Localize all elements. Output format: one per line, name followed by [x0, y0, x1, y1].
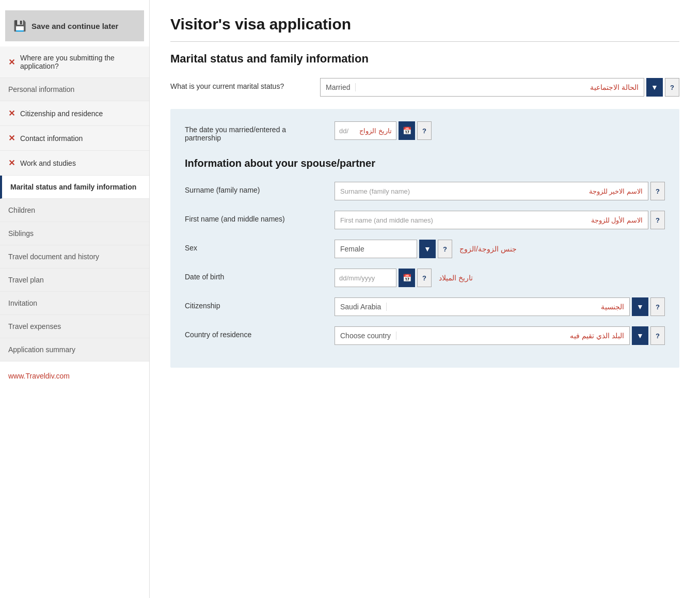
sidebar-item-siblings[interactable]: Siblings [0, 222, 149, 245]
citizenship-dropdown[interactable]: ▼ [632, 297, 648, 316]
marital-status-field-group: Married الحالة الاجتماعية ▼ ? [320, 78, 679, 97]
website-link[interactable]: www.Traveldiv.com [0, 361, 149, 390]
citizenship-arabic: الجنسية [387, 303, 629, 311]
sidebar-item-personal[interactable]: Personal information [0, 78, 149, 101]
citizenship-label: Citizenship [185, 297, 324, 310]
country-residence-field-group: Choose country البلد الذي تقيم فيه ▼ ? [335, 326, 665, 345]
surname-row: Surname (family name) Surname (family na… [185, 182, 665, 200]
sidebar-item-travel-doc[interactable]: Travel document and history [0, 245, 149, 269]
firstname-placeholder: First name (and middle names) [340, 216, 433, 224]
dob-row: Date of birth dd/mm/yyyy 📅 ? تاريخ الميل… [185, 269, 665, 287]
marital-status-value: Married [321, 83, 356, 91]
marriage-date-arabic: تاريخ الزواج [359, 127, 392, 135]
marital-status-row: What is your current marital status? Mar… [170, 78, 679, 97]
sidebar-item-contact[interactable]: ✕ Contact information [0, 126, 149, 151]
marriage-date-placeholder: dd/ [339, 127, 348, 135]
sex-arabic: جنس الزوجة/الزوج [454, 245, 517, 253]
page-title: Visitor's visa application [170, 15, 679, 42]
sidebar-item-label: Marital status and family information [10, 183, 136, 191]
sidebar-item-travel-expenses[interactable]: Travel expenses [0, 315, 149, 338]
sidebar-item-label: Travel document and history [8, 253, 99, 261]
country-residence-label: Country of residence [185, 326, 324, 339]
sidebar-item-children[interactable]: Children [0, 199, 149, 222]
dob-help[interactable]: ? [417, 269, 432, 287]
marital-status-label: What is your current marital status? [170, 78, 310, 90]
sidebar-item-invitation[interactable]: Invitation [0, 292, 149, 315]
marital-status-help[interactable]: ? [665, 78, 679, 97]
firstname-help[interactable]: ? [650, 211, 665, 229]
sidebar-item-label: Siblings [8, 229, 34, 238]
sidebar-item-label: Invitation [8, 299, 37, 307]
surname-placeholder: Surname (family name) [340, 187, 410, 195]
country-residence-placeholder: Choose country [335, 332, 396, 340]
marriage-date-row: The date you married/entered a partnersh… [185, 121, 665, 142]
main-content: Visitor's visa application Marital statu… [150, 0, 700, 598]
country-residence-help[interactable]: ? [650, 326, 665, 345]
spouse-section: The date you married/entered a partnersh… [170, 109, 679, 368]
surname-field-group: Surname (family name) الاسم الاخير للزوج… [335, 182, 665, 200]
error-icon: ✕ [8, 108, 15, 118]
section-title: Marital status and family information [170, 52, 679, 66]
sex-value: Female [335, 245, 417, 253]
firstname-input[interactable]: First name (and middle names) الاسم الأو… [335, 211, 648, 229]
marriage-date-calendar[interactable]: 📅 [399, 121, 415, 140]
sidebar-item-label: Citizenship and residence [20, 109, 103, 118]
sidebar-item-label: Work and studies [20, 159, 76, 167]
marital-status-input[interactable]: Married الحالة الاجتماعية [320, 78, 644, 97]
firstname-row: First name (and middle names) First name… [185, 211, 665, 229]
dob-label: Date of birth [185, 269, 324, 281]
sidebar-item-where[interactable]: ✕ Where are you submitting the applicati… [0, 46, 149, 78]
dob-input[interactable]: dd/mm/yyyy [335, 269, 396, 287]
marriage-date-field-group: dd/ تاريخ الزواج 📅 ? [335, 121, 665, 140]
sidebar-item-travel-plan[interactable]: Travel plan [0, 269, 149, 292]
sidebar-item-app-summary[interactable]: Application summary [0, 338, 149, 361]
citizenship-help[interactable]: ? [650, 297, 665, 316]
sidebar-item-label: Application summary [8, 345, 75, 354]
marital-status-dropdown[interactable]: ▼ [646, 78, 663, 97]
spouse-section-title: Information about your spouse/partner [185, 158, 665, 169]
sidebar-item-label: Children [8, 206, 35, 214]
dob-calendar[interactable]: 📅 [399, 269, 415, 287]
firstname-field-group: First name (and middle names) الاسم الأو… [335, 211, 665, 229]
sex-dropdown[interactable]: ▼ [419, 240, 436, 258]
error-icon: ✕ [8, 57, 15, 67]
sex-row: Sex Female ▼ ? جنس الزوجة/الزوج [185, 240, 665, 258]
floppy-icon: 💾 [13, 20, 26, 32]
sidebar-item-label: Travel plan [8, 276, 44, 284]
sidebar-item-marital[interactable]: Marital status and family information [0, 176, 149, 199]
sex-input[interactable]: Female [335, 240, 417, 258]
sex-label: Sex [185, 240, 324, 252]
surname-label: Surname (family name) [185, 182, 324, 194]
marriage-date-label: The date you married/entered a partnersh… [185, 121, 324, 142]
citizenship-value: Saudi Arabia [335, 303, 387, 311]
sidebar-item-work[interactable]: ✕ Work and studies [0, 151, 149, 176]
country-residence-dropdown[interactable]: ▼ [632, 326, 648, 345]
country-residence-arabic: البلد الذي تقيم فيه [396, 332, 629, 340]
marital-status-arabic: الحالة الاجتماعية [356, 83, 644, 91]
error-icon: ✕ [8, 133, 15, 143]
save-continue-label: Save and continue later [31, 22, 118, 30]
sidebar-item-label: Personal information [8, 85, 74, 93]
sidebar-item-label: Travel expenses [8, 322, 61, 331]
firstname-label: First name (and middle names) [185, 211, 324, 223]
country-residence-row: Country of residence Choose country البل… [185, 326, 665, 345]
citizenship-field-group: Saudi Arabia الجنسية ▼ ? [335, 297, 665, 316]
dob-field-group: dd/mm/yyyy 📅 ? تاريخ الميلاد [335, 269, 665, 287]
sidebar-item-citizenship[interactable]: ✕ Citizenship and residence [0, 101, 149, 126]
marriage-date-input[interactable]: dd/ تاريخ الزواج [335, 121, 396, 140]
surname-help[interactable]: ? [650, 182, 665, 200]
sex-help[interactable]: ? [438, 240, 452, 258]
sex-field-group: Female ▼ ? جنس الزوجة/الزوج [335, 240, 665, 258]
firstname-arabic: الاسم الأول للزوجة [591, 216, 643, 224]
country-residence-input[interactable]: Choose country البلد الذي تقيم فيه [335, 326, 630, 345]
sidebar: 💾 Save and continue later ✕ Where are yo… [0, 0, 150, 598]
dob-arabic: تاريخ الميلاد [434, 274, 473, 282]
sidebar-item-label: Where are you submitting the application… [20, 54, 141, 70]
citizenship-input[interactable]: Saudi Arabia الجنسية [335, 297, 630, 316]
dob-placeholder: dd/mm/yyyy [339, 274, 375, 282]
sidebar-item-label: Contact information [20, 134, 83, 143]
surname-input[interactable]: Surname (family name) الاسم الاخير للزوج… [335, 182, 648, 200]
save-continue-button[interactable]: 💾 Save and continue later [5, 10, 144, 41]
surname-arabic: الاسم الاخير للزوجة [589, 187, 643, 195]
marriage-date-help[interactable]: ? [417, 121, 432, 140]
